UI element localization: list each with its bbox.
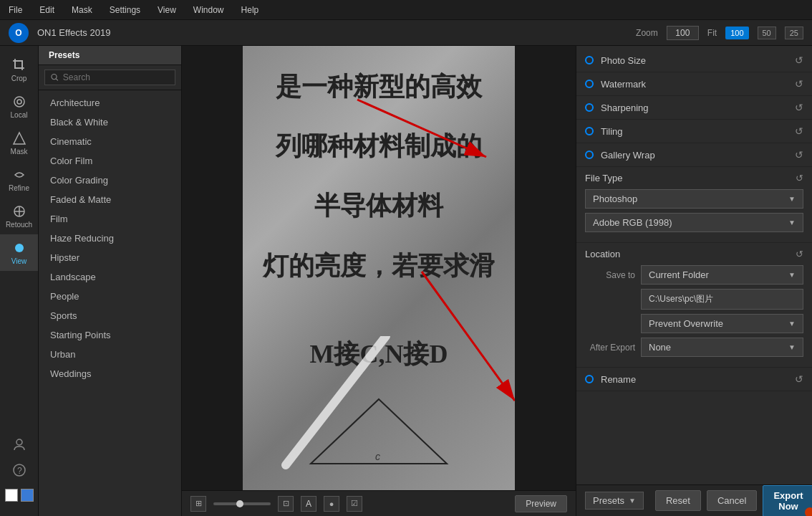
fit-25-button[interactable]: 25: [785, 27, 803, 39]
fit-100-button[interactable]: 100: [725, 27, 748, 39]
preset-starting-points[interactable]: Starting Points: [39, 325, 181, 345]
crop-bottom-btn[interactable]: ⊞: [190, 496, 206, 512]
menu-mask[interactable]: Mask: [69, 4, 95, 16]
check-btn[interactable]: ☑: [347, 496, 362, 512]
svg-point-6: [15, 244, 24, 252]
retouch-icon: [11, 204, 27, 219]
preset-color-grading[interactable]: Color Grading: [39, 171, 181, 190]
presets-tab[interactable]: Presets: [39, 46, 181, 65]
after-export-value: None: [649, 342, 788, 353]
preset-color-film[interactable]: Color Film: [39, 151, 181, 171]
colorspace-dropdown[interactable]: Adobe RGB (1998) ▼: [585, 213, 803, 232]
refine-label: Refine: [9, 184, 29, 192]
preset-architecture[interactable]: Architecture: [39, 93, 181, 113]
gallery-wrap-circle: [585, 150, 594, 159]
after-export-dropdown[interactable]: None ▼: [641, 338, 803, 357]
circle-btn[interactable]: ●: [324, 496, 339, 512]
rename-reset[interactable]: ↺: [795, 373, 803, 385]
preset-cinematic[interactable]: Cinematic: [39, 132, 181, 151]
svg-point-10: [52, 75, 57, 80]
letter-a-btn[interactable]: A: [301, 496, 316, 512]
section-photo-size[interactable]: Photo Size ↺: [576, 49, 812, 72]
watermark-reset[interactable]: ↺: [795, 78, 803, 90]
app-logo: O: [9, 23, 29, 43]
tiling-title: Tiling: [601, 126, 795, 137]
menu-view[interactable]: View: [155, 4, 179, 16]
menubar: File Edit Mask Settings View Window Help: [0, 0, 812, 20]
photo-size-reset[interactable]: ↺: [795, 54, 803, 66]
export-now-button[interactable]: Export Now: [763, 485, 812, 517]
watermark-circle: [585, 80, 594, 88]
blue-square-btn[interactable]: [21, 489, 34, 502]
path-value: C:\Users\pc\图片: [641, 289, 803, 310]
sidebar-tool-refine[interactable]: Refine: [0, 161, 38, 198]
location-title: Location ↺: [585, 249, 803, 259]
menu-edit[interactable]: Edit: [37, 4, 57, 16]
tiling-circle: [585, 127, 594, 135]
svg-point-7: [16, 439, 22, 445]
sidebar-tool-crop[interactable]: Crop: [0, 52, 38, 88]
menu-settings[interactable]: Settings: [107, 4, 143, 16]
after-export-row: After Export None ▼: [585, 338, 803, 357]
menu-file[interactable]: File: [6, 4, 25, 16]
preset-people[interactable]: People: [39, 287, 181, 306]
presets-panel: Presets Architecture Black & White Cinem…: [39, 46, 182, 516]
preset-haze-reducing[interactable]: Haze Reducing: [39, 229, 181, 248]
sidebar-tool-local[interactable]: Local: [0, 88, 38, 125]
canvas-text-line1: 是一种新型的高效: [276, 69, 482, 105]
zoom-slider[interactable]: [213, 502, 271, 505]
sidebar-tool-view[interactable]: View: [0, 234, 38, 271]
menu-window[interactable]: Window: [190, 4, 227, 16]
format-dropdown[interactable]: Photoshop ▼: [585, 189, 803, 209]
sidebar-tool-retouch[interactable]: Retouch: [0, 198, 38, 234]
white-square-btn[interactable]: [5, 489, 18, 502]
location-reset[interactable]: ↺: [796, 249, 803, 259]
preset-film[interactable]: Film: [39, 209, 181, 229]
preset-faded-matte[interactable]: Faded & Matte: [39, 190, 181, 209]
location-section: Location ↺ Save to Current Folder ▼ C:\U…: [576, 243, 812, 368]
presets-bottom-label: Presets: [593, 495, 624, 506]
section-rename[interactable]: Rename ↺: [576, 368, 812, 391]
preset-urban[interactable]: Urban: [39, 345, 181, 364]
main-area: Crop Local Mask Refine Retouch: [0, 46, 812, 516]
menu-help[interactable]: Help: [238, 4, 262, 16]
fit-50-button[interactable]: 50: [758, 27, 776, 39]
reset-button[interactable]: Reset: [655, 490, 701, 511]
presets-bottom-dropdown[interactable]: Presets ▼: [585, 492, 644, 510]
svg-point-1: [17, 100, 21, 104]
svg-line-11: [56, 79, 58, 81]
gallery-wrap-reset[interactable]: ↺: [795, 149, 803, 161]
user-icon[interactable]: [9, 434, 29, 454]
cancel-button[interactable]: Cancel: [707, 490, 757, 511]
photo-size-title: Photo Size: [601, 55, 795, 66]
sharpening-reset[interactable]: ↺: [795, 102, 803, 113]
section-gallery-wrap[interactable]: Gallery Wrap ↺: [576, 143, 812, 167]
preset-landscape[interactable]: Landscape: [39, 267, 181, 287]
filetype-reset[interactable]: ↺: [796, 173, 803, 183]
sharpening-circle: [585, 103, 594, 112]
save-to-dropdown[interactable]: Current Folder ▼: [641, 265, 803, 285]
prevent-overwrite-dropdown[interactable]: Prevent Overwrite ▼: [641, 314, 803, 333]
refine-icon: [11, 167, 27, 183]
local-label: Local: [11, 111, 28, 119]
search-input[interactable]: [63, 72, 169, 82]
right-panel-bottom: Presets ▼ Reset Cancel Export Now: [576, 484, 812, 516]
preset-sports[interactable]: Sports: [39, 306, 181, 325]
sidebar-tool-mask[interactable]: Mask: [0, 125, 38, 161]
preset-hipster[interactable]: Hipster: [39, 248, 181, 267]
preset-weddings[interactable]: Weddings: [39, 364, 181, 383]
section-tiling[interactable]: Tiling ↺: [576, 120, 812, 143]
preset-black-white[interactable]: Black & White: [39, 113, 181, 132]
gallery-wrap-title: Gallery Wrap: [601, 150, 795, 161]
svg-text:?: ?: [17, 466, 22, 476]
prevent-overwrite-row: Prevent Overwrite ▼: [585, 314, 803, 333]
zoom-input[interactable]: [667, 26, 699, 40]
tiling-reset[interactable]: ↺: [795, 125, 803, 137]
fit-bottom-btn[interactable]: ⊡: [278, 496, 294, 512]
section-sharpening[interactable]: Sharpening ↺: [576, 96, 812, 120]
colorspace-value: Adobe RGB (1998): [593, 217, 788, 228]
triangle-diagram: c: [307, 396, 450, 467]
section-watermark[interactable]: Watermark ↺: [576, 72, 812, 96]
preview-button[interactable]: Preview: [515, 495, 567, 512]
help-icon[interactable]: ?: [9, 460, 29, 480]
